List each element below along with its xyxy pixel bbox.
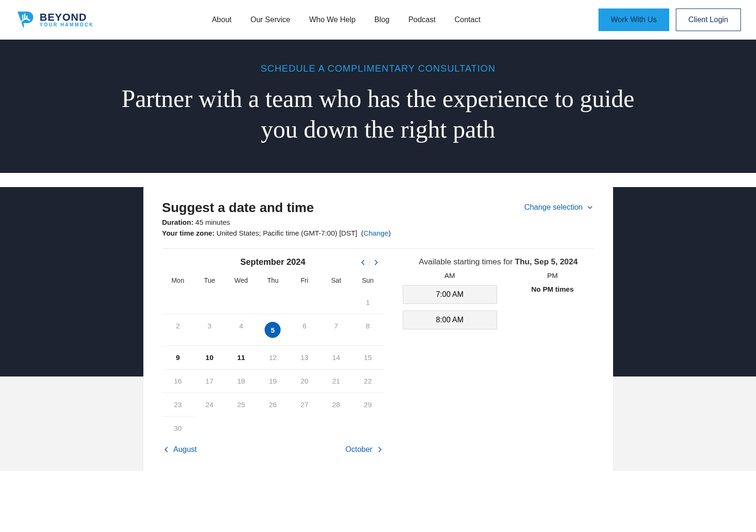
change-selection-label: Change selection bbox=[524, 203, 583, 212]
calendar-day: 23 bbox=[162, 393, 194, 416]
calendar-day bbox=[320, 291, 352, 314]
brand-line1: BEYOND bbox=[40, 12, 94, 23]
calendar-day: 30 bbox=[162, 416, 194, 440]
chevron-down-icon bbox=[586, 203, 594, 212]
work-with-us-button[interactable]: Work With Us bbox=[598, 8, 669, 31]
calendar: September 2024 MonTueWedThuFriSatSun1234… bbox=[162, 257, 384, 454]
times-title: Available starting times for Thu, Sep 5,… bbox=[403, 257, 594, 267]
pm-label: PM bbox=[511, 271, 594, 279]
calendar-day[interactable]: 9 bbox=[162, 345, 194, 369]
panel-divider bbox=[162, 248, 594, 249]
change-selection-link[interactable]: Change selection bbox=[524, 203, 594, 212]
nav-who-we-help[interactable]: Who We Help bbox=[309, 16, 355, 24]
svg-rect-1 bbox=[24, 14, 25, 19]
calendar-dow: Tue bbox=[194, 273, 225, 291]
am-column: AM 7:00 AM8:00 AM bbox=[403, 271, 497, 336]
calendar-prev-button[interactable] bbox=[359, 258, 367, 267]
calendar-day: 15 bbox=[352, 345, 383, 369]
calendar-day[interactable]: 11 bbox=[225, 345, 257, 369]
hero-title: Partner with a team who has the experien… bbox=[107, 83, 649, 145]
calendar-dow: Fri bbox=[289, 273, 320, 291]
no-pm-times: No PM times bbox=[511, 285, 594, 293]
hero-eyebrow: SCHEDULE A COMPLIMENTARY CONSULTATION bbox=[14, 63, 742, 74]
calendar-day: 24 bbox=[194, 393, 225, 416]
calendar-day bbox=[194, 291, 225, 314]
calendar-day bbox=[257, 291, 289, 314]
time-slots: Available starting times for Thu, Sep 5,… bbox=[403, 257, 594, 454]
calendar-day[interactable]: 10 bbox=[194, 345, 225, 369]
calendar-day: 28 bbox=[320, 393, 352, 416]
calendar-day[interactable]: 5 bbox=[257, 314, 289, 345]
calendar-day: 29 bbox=[352, 393, 383, 416]
prev-month-label: August bbox=[174, 445, 197, 454]
calendar-day: 19 bbox=[257, 369, 289, 393]
calendar-grid: MonTueWedThuFriSatSun1234567891011121314… bbox=[162, 273, 384, 440]
calendar-day: 3 bbox=[194, 314, 225, 345]
logo-icon bbox=[15, 10, 35, 30]
calendar-next-button[interactable] bbox=[372, 258, 380, 267]
client-login-button[interactable]: Client Login bbox=[676, 8, 741, 31]
calendar-day: 17 bbox=[194, 369, 225, 393]
nav-our-service[interactable]: Our Service bbox=[250, 16, 290, 24]
calendar-day: 25 bbox=[225, 393, 257, 416]
calendar-day: 27 bbox=[289, 393, 320, 416]
timezone-value: United States; Pacific time (GMT-7:00) [… bbox=[216, 229, 357, 237]
cta-group: Work With Us Client Login bbox=[598, 8, 741, 31]
timezone-change-link[interactable]: Change bbox=[364, 229, 389, 237]
calendar-day: 22 bbox=[352, 369, 383, 393]
calendar-day bbox=[162, 291, 194, 314]
chevron-right-icon bbox=[375, 445, 384, 454]
chevron-left-icon bbox=[162, 445, 171, 454]
calendar-day: 6 bbox=[289, 314, 320, 345]
calendar-day: 12 bbox=[257, 345, 289, 369]
main-nav: About Our Service Who We Help Blog Podca… bbox=[212, 16, 481, 24]
calendar-day: 4 bbox=[225, 314, 257, 345]
duration-label: Duration: bbox=[162, 218, 194, 226]
scheduler-panel: Suggest a date and time Duration: 45 min… bbox=[143, 187, 613, 471]
brand-line2: YOUR HAMMOCK bbox=[40, 23, 94, 27]
brand-text: BEYOND YOUR HAMMOCK bbox=[40, 12, 94, 27]
nav-about[interactable]: About bbox=[212, 16, 232, 24]
times-prefix: Available starting times for bbox=[419, 257, 515, 266]
calendar-dow: Sun bbox=[352, 273, 383, 291]
time-slot-button[interactable]: 8:00 AM bbox=[403, 311, 497, 329]
am-label: AM bbox=[403, 271, 497, 279]
calendar-dow: Sat bbox=[320, 273, 352, 291]
top-nav: BEYOND YOUR HAMMOCK About Our Service Wh… bbox=[0, 0, 756, 40]
calendar-day: 18 bbox=[225, 369, 257, 393]
svg-rect-0 bbox=[22, 15, 24, 19]
calendar-day: 26 bbox=[257, 393, 289, 416]
calendar-day bbox=[289, 291, 320, 314]
calendar-day: 14 bbox=[320, 345, 352, 369]
calendar-day: 7 bbox=[320, 314, 352, 345]
timezone-line: Your time zone: United States; Pacific t… bbox=[162, 229, 391, 237]
next-month-label: October bbox=[346, 445, 373, 454]
brand-logo[interactable]: BEYOND YOUR HAMMOCK bbox=[15, 10, 94, 30]
duration-value: 45 minutes bbox=[195, 218, 230, 226]
calendar-day bbox=[225, 291, 257, 314]
time-slot-button[interactable]: 7:00 AM bbox=[403, 285, 497, 304]
calendar-day: 20 bbox=[289, 369, 320, 393]
scheduler-title: Suggest a date and time bbox=[162, 200, 391, 215]
calendar-dow: Thu bbox=[257, 273, 289, 291]
calendar-dow: Wed bbox=[225, 273, 257, 291]
timezone-label: Your time zone: bbox=[162, 229, 215, 237]
calendar-day: 13 bbox=[289, 345, 320, 369]
nav-podcast[interactable]: Podcast bbox=[408, 16, 436, 24]
hero-section: SCHEDULE A COMPLIMENTARY CONSULTATION Pa… bbox=[0, 40, 756, 173]
svg-rect-2 bbox=[26, 16, 28, 19]
calendar-day: 2 bbox=[162, 314, 194, 345]
calendar-day: 21 bbox=[320, 369, 352, 393]
times-date: Thu, Sep 5, 2024 bbox=[515, 257, 578, 266]
calendar-nav-separator bbox=[369, 259, 370, 266]
calendar-month-label: September 2024 bbox=[162, 257, 384, 267]
pm-column: PM No PM times bbox=[511, 271, 594, 336]
calendar-dow: Mon bbox=[162, 273, 194, 291]
nav-blog[interactable]: Blog bbox=[374, 16, 390, 24]
calendar-day: 8 bbox=[352, 314, 383, 345]
calendar-day: 1 bbox=[352, 291, 383, 314]
nav-contact[interactable]: Contact bbox=[455, 16, 481, 24]
duration-line: Duration: 45 minutes bbox=[162, 218, 391, 226]
prev-month-link[interactable]: August bbox=[162, 445, 197, 454]
next-month-link[interactable]: October bbox=[346, 445, 384, 454]
